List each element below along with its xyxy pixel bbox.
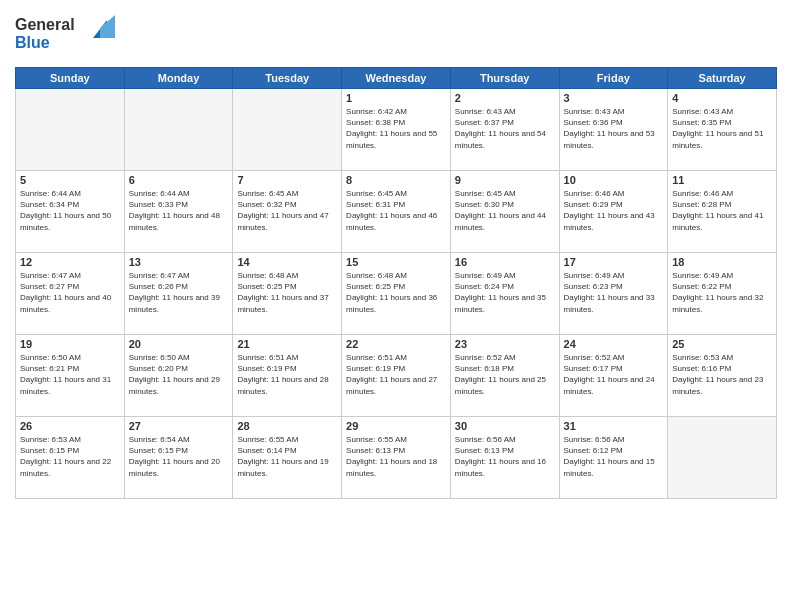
weekday-header-sunday: Sunday bbox=[16, 68, 125, 89]
calendar-cell: 1Sunrise: 6:42 AMSunset: 6:38 PMDaylight… bbox=[342, 89, 451, 171]
day-number: 31 bbox=[564, 420, 664, 432]
day-info: Sunrise: 6:43 AMSunset: 6:36 PMDaylight:… bbox=[564, 106, 664, 151]
calendar-cell: 30Sunrise: 6:56 AMSunset: 6:13 PMDayligh… bbox=[450, 417, 559, 499]
calendar-cell bbox=[668, 417, 777, 499]
day-info: Sunrise: 6:46 AMSunset: 6:28 PMDaylight:… bbox=[672, 188, 772, 233]
day-number: 12 bbox=[20, 256, 120, 268]
day-info: Sunrise: 6:53 AMSunset: 6:15 PMDaylight:… bbox=[20, 434, 120, 479]
day-info: Sunrise: 6:43 AMSunset: 6:37 PMDaylight:… bbox=[455, 106, 555, 151]
day-number: 7 bbox=[237, 174, 337, 186]
weekday-header-row: SundayMondayTuesdayWednesdayThursdayFrid… bbox=[16, 68, 777, 89]
day-number: 15 bbox=[346, 256, 446, 268]
logo-text: General Blue bbox=[15, 10, 125, 59]
calendar-cell: 21Sunrise: 6:51 AMSunset: 6:19 PMDayligh… bbox=[233, 335, 342, 417]
calendar-cell: 15Sunrise: 6:48 AMSunset: 6:25 PMDayligh… bbox=[342, 253, 451, 335]
day-info: Sunrise: 6:56 AMSunset: 6:13 PMDaylight:… bbox=[455, 434, 555, 479]
day-info: Sunrise: 6:43 AMSunset: 6:35 PMDaylight:… bbox=[672, 106, 772, 151]
day-number: 3 bbox=[564, 92, 664, 104]
calendar-cell: 22Sunrise: 6:51 AMSunset: 6:19 PMDayligh… bbox=[342, 335, 451, 417]
svg-marker-3 bbox=[100, 15, 115, 38]
day-info: Sunrise: 6:49 AMSunset: 6:23 PMDaylight:… bbox=[564, 270, 664, 315]
day-number: 9 bbox=[455, 174, 555, 186]
calendar-cell: 10Sunrise: 6:46 AMSunset: 6:29 PMDayligh… bbox=[559, 171, 668, 253]
day-number: 8 bbox=[346, 174, 446, 186]
day-number: 30 bbox=[455, 420, 555, 432]
calendar-cell bbox=[16, 89, 125, 171]
calendar-cell: 24Sunrise: 6:52 AMSunset: 6:17 PMDayligh… bbox=[559, 335, 668, 417]
calendar-cell: 9Sunrise: 6:45 AMSunset: 6:30 PMDaylight… bbox=[450, 171, 559, 253]
calendar-table: SundayMondayTuesdayWednesdayThursdayFrid… bbox=[15, 67, 777, 499]
day-info: Sunrise: 6:49 AMSunset: 6:22 PMDaylight:… bbox=[672, 270, 772, 315]
day-number: 26 bbox=[20, 420, 120, 432]
week-row-2: 5Sunrise: 6:44 AMSunset: 6:34 PMDaylight… bbox=[16, 171, 777, 253]
day-number: 16 bbox=[455, 256, 555, 268]
day-info: Sunrise: 6:54 AMSunset: 6:15 PMDaylight:… bbox=[129, 434, 229, 479]
day-info: Sunrise: 6:42 AMSunset: 6:38 PMDaylight:… bbox=[346, 106, 446, 151]
calendar-cell: 3Sunrise: 6:43 AMSunset: 6:36 PMDaylight… bbox=[559, 89, 668, 171]
day-number: 20 bbox=[129, 338, 229, 350]
calendar-cell: 31Sunrise: 6:56 AMSunset: 6:12 PMDayligh… bbox=[559, 417, 668, 499]
day-number: 13 bbox=[129, 256, 229, 268]
week-row-1: 1Sunrise: 6:42 AMSunset: 6:38 PMDaylight… bbox=[16, 89, 777, 171]
day-number: 10 bbox=[564, 174, 664, 186]
calendar-cell: 19Sunrise: 6:50 AMSunset: 6:21 PMDayligh… bbox=[16, 335, 125, 417]
week-row-5: 26Sunrise: 6:53 AMSunset: 6:15 PMDayligh… bbox=[16, 417, 777, 499]
day-info: Sunrise: 6:47 AMSunset: 6:26 PMDaylight:… bbox=[129, 270, 229, 315]
day-number: 17 bbox=[564, 256, 664, 268]
calendar-cell: 7Sunrise: 6:45 AMSunset: 6:32 PMDaylight… bbox=[233, 171, 342, 253]
day-number: 28 bbox=[237, 420, 337, 432]
day-info: Sunrise: 6:50 AMSunset: 6:20 PMDaylight:… bbox=[129, 352, 229, 397]
calendar-cell: 20Sunrise: 6:50 AMSunset: 6:20 PMDayligh… bbox=[124, 335, 233, 417]
day-number: 2 bbox=[455, 92, 555, 104]
calendar-cell: 25Sunrise: 6:53 AMSunset: 6:16 PMDayligh… bbox=[668, 335, 777, 417]
day-number: 4 bbox=[672, 92, 772, 104]
day-info: Sunrise: 6:48 AMSunset: 6:25 PMDaylight:… bbox=[346, 270, 446, 315]
calendar-cell: 6Sunrise: 6:44 AMSunset: 6:33 PMDaylight… bbox=[124, 171, 233, 253]
day-info: Sunrise: 6:53 AMSunset: 6:16 PMDaylight:… bbox=[672, 352, 772, 397]
day-info: Sunrise: 6:50 AMSunset: 6:21 PMDaylight:… bbox=[20, 352, 120, 397]
day-info: Sunrise: 6:52 AMSunset: 6:18 PMDaylight:… bbox=[455, 352, 555, 397]
logo: General Blue bbox=[15, 10, 125, 59]
calendar-cell: 18Sunrise: 6:49 AMSunset: 6:22 PMDayligh… bbox=[668, 253, 777, 335]
calendar-cell: 12Sunrise: 6:47 AMSunset: 6:27 PMDayligh… bbox=[16, 253, 125, 335]
calendar-cell: 16Sunrise: 6:49 AMSunset: 6:24 PMDayligh… bbox=[450, 253, 559, 335]
day-info: Sunrise: 6:55 AMSunset: 6:14 PMDaylight:… bbox=[237, 434, 337, 479]
calendar-cell: 4Sunrise: 6:43 AMSunset: 6:35 PMDaylight… bbox=[668, 89, 777, 171]
day-number: 27 bbox=[129, 420, 229, 432]
day-info: Sunrise: 6:48 AMSunset: 6:25 PMDaylight:… bbox=[237, 270, 337, 315]
calendar-cell: 26Sunrise: 6:53 AMSunset: 6:15 PMDayligh… bbox=[16, 417, 125, 499]
calendar-cell: 8Sunrise: 6:45 AMSunset: 6:31 PMDaylight… bbox=[342, 171, 451, 253]
day-number: 21 bbox=[237, 338, 337, 350]
week-row-3: 12Sunrise: 6:47 AMSunset: 6:27 PMDayligh… bbox=[16, 253, 777, 335]
calendar-cell: 14Sunrise: 6:48 AMSunset: 6:25 PMDayligh… bbox=[233, 253, 342, 335]
weekday-header-thursday: Thursday bbox=[450, 68, 559, 89]
day-info: Sunrise: 6:45 AMSunset: 6:32 PMDaylight:… bbox=[237, 188, 337, 233]
day-info: Sunrise: 6:56 AMSunset: 6:12 PMDaylight:… bbox=[564, 434, 664, 479]
weekday-header-tuesday: Tuesday bbox=[233, 68, 342, 89]
svg-text:General: General bbox=[15, 16, 75, 33]
day-info: Sunrise: 6:45 AMSunset: 6:31 PMDaylight:… bbox=[346, 188, 446, 233]
day-info: Sunrise: 6:52 AMSunset: 6:17 PMDaylight:… bbox=[564, 352, 664, 397]
calendar-cell bbox=[233, 89, 342, 171]
day-number: 22 bbox=[346, 338, 446, 350]
calendar-cell: 13Sunrise: 6:47 AMSunset: 6:26 PMDayligh… bbox=[124, 253, 233, 335]
day-number: 11 bbox=[672, 174, 772, 186]
day-info: Sunrise: 6:45 AMSunset: 6:30 PMDaylight:… bbox=[455, 188, 555, 233]
calendar-cell bbox=[124, 89, 233, 171]
day-info: Sunrise: 6:49 AMSunset: 6:24 PMDaylight:… bbox=[455, 270, 555, 315]
calendar-cell: 23Sunrise: 6:52 AMSunset: 6:18 PMDayligh… bbox=[450, 335, 559, 417]
header: General Blue bbox=[15, 10, 777, 59]
day-number: 1 bbox=[346, 92, 446, 104]
week-row-4: 19Sunrise: 6:50 AMSunset: 6:21 PMDayligh… bbox=[16, 335, 777, 417]
calendar-cell: 11Sunrise: 6:46 AMSunset: 6:28 PMDayligh… bbox=[668, 171, 777, 253]
day-number: 14 bbox=[237, 256, 337, 268]
day-info: Sunrise: 6:55 AMSunset: 6:13 PMDaylight:… bbox=[346, 434, 446, 479]
day-info: Sunrise: 6:47 AMSunset: 6:27 PMDaylight:… bbox=[20, 270, 120, 315]
calendar-cell: 2Sunrise: 6:43 AMSunset: 6:37 PMDaylight… bbox=[450, 89, 559, 171]
calendar-cell: 5Sunrise: 6:44 AMSunset: 6:34 PMDaylight… bbox=[16, 171, 125, 253]
weekday-header-monday: Monday bbox=[124, 68, 233, 89]
calendar-cell: 27Sunrise: 6:54 AMSunset: 6:15 PMDayligh… bbox=[124, 417, 233, 499]
day-number: 19 bbox=[20, 338, 120, 350]
day-info: Sunrise: 6:44 AMSunset: 6:33 PMDaylight:… bbox=[129, 188, 229, 233]
weekday-header-wednesday: Wednesday bbox=[342, 68, 451, 89]
